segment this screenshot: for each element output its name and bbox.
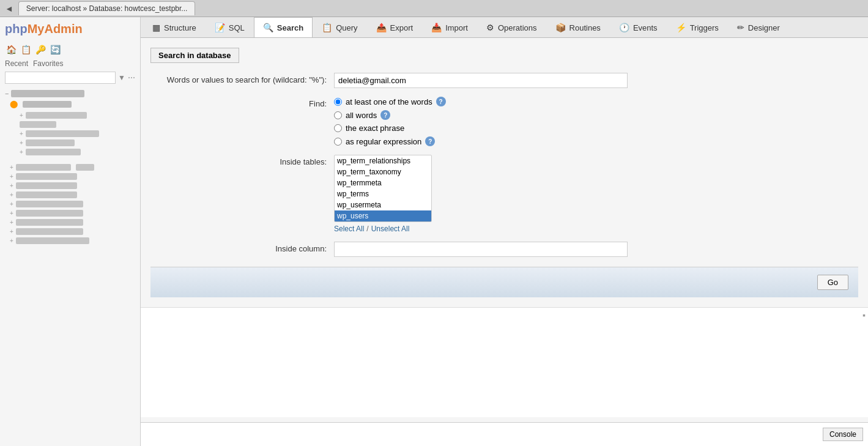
table-option-wp-usermeta[interactable]: wp_usermeta — [335, 199, 431, 210]
tab-search[interactable]: 🔍 Search — [254, 17, 313, 37]
tab-triggers-label: Triggers — [690, 23, 719, 32]
help-icon-at-least-one[interactable]: ? — [436, 97, 446, 106]
unselect-all-link[interactable]: Unselect All — [371, 225, 410, 233]
expand-icon[interactable]: + — [20, 149, 23, 155]
tree-item[interactable]: + — [5, 218, 135, 227]
tab-import[interactable]: 📥 Import — [422, 17, 477, 37]
tree-item[interactable]: + — [5, 138, 135, 147]
favorites-link[interactable]: Favorites — [33, 59, 63, 68]
tables-select[interactable]: wp_term_relationships wp_term_taxonomy w… — [334, 155, 432, 222]
content-area: Search in database Words or values to se… — [141, 38, 868, 422]
find-option-all-words-label: all words — [346, 111, 377, 120]
browser-tab[interactable]: Server: localhost » Database: howtcesc_t… — [18, 1, 195, 15]
select-all-link[interactable]: Select All — [334, 225, 364, 233]
tab-search-label: Search — [277, 23, 303, 32]
expand-icon[interactable]: + — [20, 139, 23, 146]
sql-icon: 📝 — [215, 23, 225, 32]
help-icon-all-words[interactable]: ? — [380, 110, 390, 120]
sidebar-search-input[interactable] — [5, 72, 116, 84]
tree-item[interactable]: + — [5, 190, 135, 199]
find-option-all-words[interactable]: all words ? — [334, 110, 858, 120]
expand-icon[interactable]: + — [10, 228, 13, 235]
tab-triggers[interactable]: ⚡ Triggers — [667, 17, 728, 37]
page-title-btn[interactable]: Search in database — [150, 48, 239, 63]
expand-icon[interactable]: + — [10, 164, 13, 171]
tree-item[interactable]: + — [5, 236, 135, 245]
table-option-wp-terms[interactable]: wp_terms — [335, 188, 431, 199]
tab-query[interactable]: 📋 Query — [313, 17, 366, 37]
tree-item[interactable]: + — [5, 163, 135, 172]
sidebar-search-icon[interactable]: ▼ — [118, 73, 125, 82]
operations-icon: ⚙ — [486, 23, 494, 32]
tab-structure[interactable]: ▦ Structure — [143, 17, 206, 37]
find-option-exact-phrase[interactable]: the exact phrase — [334, 124, 858, 133]
sidebar-header: phpMyAdmin — [0, 17, 140, 41]
tree-item[interactable]: + — [5, 147, 135, 157]
tab-routines-label: Routines — [569, 23, 601, 32]
find-option-regex[interactable]: as regular expression ? — [334, 136, 858, 146]
browser-chrome: ◄ Server: localhost » Database: howtcesc… — [0, 0, 868, 17]
query-icon: 📋 — [322, 23, 332, 32]
tab-import-label: Import — [445, 23, 468, 32]
search-input[interactable] — [334, 73, 628, 88]
tab-routines[interactable]: 📦 Routines — [546, 17, 610, 37]
find-option-at-least-one[interactable]: at least one of the words ? — [334, 97, 858, 106]
bottom-bar: Console — [141, 422, 868, 446]
tree-item[interactable]: + — [5, 129, 135, 138]
table-option-wp-termmeta[interactable]: wp_termmeta — [335, 177, 431, 188]
go-button[interactable]: Go — [817, 275, 848, 290]
sidebar: phpMyAdmin 🏠 📋 🔑 🔄 Recent Favorites ▼ ⋯ … — [0, 17, 141, 446]
tree-item[interactable]: + — [5, 199, 135, 209]
expand-icon[interactable]: + — [10, 219, 13, 226]
collapse-icon[interactable]: − — [5, 90, 9, 97]
tab-events-label: Events — [633, 23, 658, 32]
table-option-wp-term-taxonomy[interactable]: wp_term_taxonomy — [335, 166, 431, 177]
tree-item[interactable]: + — [5, 209, 135, 218]
table-option-wp-term-relationships[interactable]: wp_term_relationships — [335, 155, 431, 166]
home-icon[interactable]: 🏠 — [5, 43, 17, 56]
expand-icon[interactable]: + — [10, 191, 13, 198]
browser-back-button[interactable]: ◄ — [5, 4, 13, 13]
logo-php: php — [5, 22, 28, 36]
clipboard-icon[interactable]: 📋 — [20, 43, 32, 56]
find-row: Find: at least one of the words ? all wo… — [150, 97, 858, 146]
tree-item[interactable]: + — [5, 227, 135, 236]
tree-item[interactable]: + — [5, 111, 135, 120]
search-value-row: Words or values to search for (wildcard:… — [150, 73, 858, 88]
main-content: ▦ Structure 📝 SQL 🔍 Search 📋 Query 📤 Exp… — [141, 17, 868, 446]
tree-item[interactable] — [5, 120, 135, 129]
tab-operations[interactable]: ⚙ Operations — [477, 17, 546, 37]
table-option-wp-users[interactable]: wp_users — [335, 210, 431, 221]
tab-events[interactable]: 🕐 Events — [610, 17, 667, 37]
find-label: Find: — [150, 97, 334, 108]
search-form: Words or values to search for (wildcard:… — [150, 73, 858, 257]
console-button[interactable]: Console — [823, 428, 863, 441]
tab-sql[interactable]: 📝 SQL — [206, 17, 254, 37]
expand-icon[interactable]: + — [10, 173, 13, 180]
expand-icon[interactable]: + — [20, 112, 23, 119]
inside-tables-field: wp_term_relationships wp_term_taxonomy w… — [334, 155, 858, 233]
key-icon[interactable]: 🔑 — [34, 43, 46, 56]
tree-item[interactable]: + — [5, 181, 135, 190]
search-value-label: Words or values to search for (wildcard:… — [150, 73, 334, 84]
tab-bar: ▦ Structure 📝 SQL 🔍 Search 📋 Query 📤 Exp… — [141, 17, 868, 38]
search-value-field — [334, 73, 858, 88]
tab-designer[interactable]: ✏ Designer — [728, 17, 789, 37]
expand-icon[interactable]: + — [20, 130, 23, 137]
recent-link[interactable]: Recent — [5, 59, 28, 68]
refresh-icon[interactable]: 🔄 — [49, 43, 61, 56]
expand-icon[interactable]: + — [10, 210, 13, 217]
results-area: ▪ — [141, 307, 868, 417]
inside-column-input[interactable] — [334, 242, 628, 257]
inside-column-field — [334, 242, 858, 257]
tree-item[interactable]: + — [5, 172, 135, 181]
sidebar-expand-icon[interactable]: ⋯ — [128, 73, 135, 82]
tab-export[interactable]: 📤 Export — [367, 17, 423, 37]
sidebar-tree: − ⬤ + + — [0, 86, 140, 249]
collapse-results-icon[interactable]: ▪ — [862, 310, 866, 320]
expand-icon[interactable]: + — [10, 201, 13, 207]
tab-structure-label: Structure — [164, 23, 196, 32]
expand-icon[interactable]: + — [10, 182, 13, 189]
expand-icon[interactable]: + — [10, 237, 13, 244]
help-icon-regex[interactable]: ? — [425, 136, 435, 146]
